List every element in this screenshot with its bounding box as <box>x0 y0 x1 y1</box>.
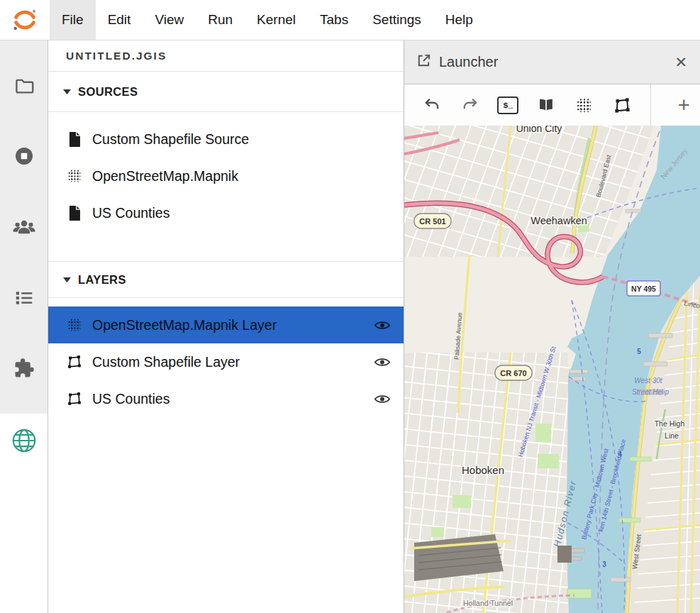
chevron-down-icon <box>63 89 71 94</box>
undo-button[interactable] <box>421 94 443 116</box>
menu-help[interactable]: Help <box>433 0 485 40</box>
visibility-eye-icon[interactable] <box>372 389 392 409</box>
tab-launcher[interactable]: Launcher <box>439 54 498 70</box>
map-canvas[interactable]: CR 501 CR 670 NY 495 Union City Weehawke… <box>404 126 700 613</box>
activity-bar <box>0 40 48 613</box>
menu-view[interactable]: View <box>143 0 196 40</box>
svg-text:5: 5 <box>637 348 641 355</box>
source-item-us-counties[interactable]: US Counties <box>48 194 404 231</box>
file-browser-icon[interactable] <box>10 72 38 100</box>
sources-header-label: SOURCES <box>78 85 138 99</box>
open-book-icon <box>536 96 556 114</box>
sources-list: Custom Shapefile Source OpenStreetMap.Ma… <box>48 112 404 237</box>
new-raster-layer-button[interactable] <box>574 94 595 116</box>
map-viewport[interactable]: CR 501 CR 670 NY 495 Union City Weehawke… <box>404 126 700 613</box>
layer-item-us-counties[interactable]: US Counties <box>48 380 404 417</box>
menu-file[interactable]: File <box>50 0 96 40</box>
document-title: UNTITLED.JGIS <box>48 40 404 72</box>
menu-tabs[interactable]: Tabs <box>308 0 360 40</box>
toolbar-separator <box>650 84 651 126</box>
identify-map-button[interactable] <box>535 94 557 116</box>
shield-ny495: NY 495 <box>627 281 660 296</box>
vector-polygon-icon <box>66 354 83 370</box>
extensions-icon[interactable] <box>10 354 38 382</box>
collaborators-icon[interactable] <box>10 213 38 241</box>
redo-button[interactable] <box>460 94 481 116</box>
svg-text:Hoboken: Hoboken <box>462 464 504 476</box>
add-button[interactable]: + <box>668 84 700 126</box>
vector-polygon-icon <box>66 391 83 407</box>
chevron-down-icon <box>63 277 71 282</box>
layer-label: US Counties <box>92 391 363 407</box>
svg-text:3: 3 <box>602 560 606 568</box>
table-of-contents-icon[interactable] <box>10 284 38 312</box>
source-label: Custom Shapefile Source <box>92 131 392 148</box>
source-item-openstreetmap[interactable]: OpenStreetMap.Mapnik <box>48 158 404 194</box>
sources-section-header[interactable]: SOURCES <box>48 72 404 112</box>
svg-text:Street Helip: Street Helip <box>632 388 670 396</box>
jgis-panel: UNTITLED.JGIS SOURCES Custom Shapefile S… <box>48 40 404 613</box>
tab-bar: Launcher ✕ <box>404 40 700 84</box>
main-dock-panel: Launcher ✕ $_ + <box>404 40 700 613</box>
raster-grid-icon <box>575 96 593 114</box>
layers-header-label: LAYERS <box>78 273 126 287</box>
svg-text:The High: The High <box>655 419 685 428</box>
menu-bar: File Edit View Run Kernel Tabs Settings … <box>0 0 700 40</box>
shield-cr501: CR 501 <box>414 214 451 228</box>
jupytergis-globe-icon[interactable] <box>10 426 38 455</box>
terminal-icon: $_ <box>497 96 518 114</box>
source-label: US Counties <box>92 205 392 221</box>
shield-cr670: CR 670 <box>495 365 532 380</box>
source-item-custom-shapefile[interactable]: Custom Shapefile Source <box>48 121 404 158</box>
external-link-icon <box>416 53 432 72</box>
svg-text:CR 670: CR 670 <box>500 369 526 377</box>
source-label: OpenStreetMap.Mapnik <box>92 168 392 184</box>
console-button[interactable]: $_ <box>497 94 518 116</box>
visibility-eye-icon[interactable] <box>372 315 392 335</box>
svg-text:Weehawken: Weehawken <box>530 215 587 226</box>
menu-settings[interactable]: Settings <box>360 0 433 40</box>
layer-label: OpenStreetMap.Mapnik Layer <box>92 317 363 333</box>
jgis-toolbar: $_ + <box>404 84 700 126</box>
svg-text:Holland Tunnel: Holland Tunnel <box>463 599 513 607</box>
close-icon[interactable]: ✕ <box>670 53 691 72</box>
svg-text:4: 4 <box>618 451 622 458</box>
svg-text:Union City: Union City <box>516 126 562 134</box>
visibility-eye-icon[interactable] <box>372 352 392 372</box>
running-kernels-icon[interactable] <box>10 142 38 170</box>
menu-run[interactable]: Run <box>196 0 245 40</box>
jupyter-logo-icon <box>0 0 50 40</box>
vector-polygon-icon <box>613 96 631 114</box>
layer-item-custom-shapefile[interactable]: Custom Shapefile Layer <box>48 343 404 380</box>
raster-grid-icon <box>66 317 83 333</box>
layers-section-header[interactable]: LAYERS <box>48 261 404 298</box>
layers-list: OpenStreetMap.Mapnik Layer Custom Shapef… <box>48 298 404 423</box>
svg-text:NY 495: NY 495 <box>631 285 656 293</box>
menu-kernel[interactable]: Kernel <box>245 0 308 40</box>
raster-grid-icon <box>66 168 83 184</box>
layer-item-openstreetmap[interactable]: OpenStreetMap.Mapnik Layer <box>48 306 404 343</box>
new-vector-layer-button[interactable] <box>612 94 633 116</box>
menu-edit[interactable]: Edit <box>96 0 143 40</box>
svg-text:Line: Line <box>665 431 679 440</box>
layer-label: Custom Shapefile Layer <box>92 354 363 370</box>
file-icon <box>66 131 83 148</box>
file-icon <box>66 205 83 221</box>
svg-text:West 30t: West 30t <box>634 377 662 385</box>
svg-text:CR 501: CR 501 <box>419 217 445 226</box>
